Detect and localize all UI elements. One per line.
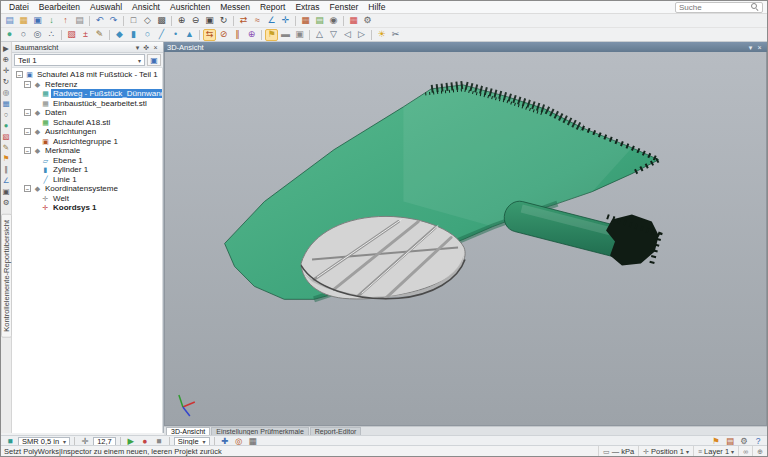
tree-item-koordsys-1[interactable]: ✛Koordsys 1 — [14, 203, 162, 213]
measure-icon[interactable]: ∠ — [265, 15, 278, 27]
collapse-toggle[interactable] — [16, 71, 23, 78]
viewport-canvas[interactable] — [164, 52, 767, 426]
open-project-icon[interactable]: ▦ — [17, 15, 30, 27]
collapse-toggle[interactable] — [24, 81, 31, 88]
tree-item-welt[interactable]: ✛Welt — [14, 194, 162, 204]
annotation-icon[interactable]: ✎ — [93, 29, 106, 41]
select-elements-icon[interactable]: ▶ — [1, 44, 11, 54]
search-input[interactable] — [679, 3, 749, 12]
rotate-view-icon[interactable]: ↻ — [217, 15, 230, 27]
close-icon[interactable]: × — [151, 44, 160, 51]
redo-icon[interactable]: ↷ — [107, 15, 120, 27]
collapsed-panel-tab[interactable]: Kontrollelemente-Reportübersicht — [1, 214, 12, 338]
probe-icon[interactable]: ✛ — [279, 15, 292, 27]
cone-feature-icon[interactable]: ▲ — [183, 29, 196, 41]
points-view-icon[interactable]: ∴ — [45, 29, 58, 41]
tree-item-referenz[interactable]: ◆Referenz — [14, 80, 162, 90]
tree-item-linie-1[interactable]: ╱Linie 1 — [14, 175, 162, 185]
camera-icon[interactable]: ▣ — [293, 29, 306, 41]
align-icon[interactable]: ⇄ — [237, 15, 250, 27]
import-file-icon[interactable]: ↓ — [45, 15, 58, 27]
light-icon[interactable]: ☀ — [375, 29, 388, 41]
menu-item-datei[interactable]: Datei — [4, 1, 34, 13]
point-feature-icon[interactable]: • — [169, 29, 182, 41]
tree-item-daten[interactable]: ◆Daten — [14, 108, 162, 118]
zoom-indicator[interactable]: ⊕ — [752, 446, 767, 456]
annotations-icon[interactable]: ✎ — [1, 143, 11, 153]
zoom-out-icon[interactable]: ⊖ — [189, 15, 202, 27]
tree-item-koordinatensysteme[interactable]: ◆Koordinatensysteme — [14, 184, 162, 194]
rotate-icon[interactable]: ↻ — [1, 77, 11, 87]
zoom-icon[interactable]: ⊕ — [1, 55, 11, 65]
zoom-in-icon[interactable]: ⊕ — [175, 15, 188, 27]
best-fit-icon[interactable]: ≈ — [251, 15, 264, 27]
note-icon[interactable]: ▬ — [279, 29, 292, 41]
options-icon[interactable]: ⚙ — [361, 15, 374, 27]
menu-item-report[interactable]: Report — [255, 1, 291, 13]
clip-icon[interactable]: ✂ — [389, 29, 402, 41]
deviation-icon[interactable]: ± — [79, 29, 92, 41]
part-options-button[interactable]: ▣ — [147, 54, 161, 66]
layer-indicator[interactable]: ≡Layer 1 — [693, 446, 738, 456]
caret-down-icon[interactable]: ▾ — [133, 44, 142, 51]
position-indicator[interactable]: ✛Position 1 — [638, 446, 693, 456]
plane-feature-icon[interactable]: ◆ — [113, 29, 126, 41]
center-view-icon[interactable]: ◎ — [1, 88, 11, 98]
standard-views-icon[interactable]: ▦ — [1, 99, 11, 109]
tree-item-ausrichtungen[interactable]: ◆Ausrichtungen — [14, 127, 162, 137]
view-right-icon[interactable]: ▷ — [355, 29, 368, 41]
compare-icon[interactable]: ⇆ — [203, 29, 216, 41]
circle-feature-icon[interactable]: ○ — [141, 29, 154, 41]
caliper-icon[interactable]: ∥ — [231, 29, 244, 41]
tree-item-ausrichtegruppe-1[interactable]: ▣Ausrichtegruppe 1 — [14, 137, 162, 147]
cylinder-feature-icon[interactable]: ▮ — [127, 29, 140, 41]
pan-icon[interactable]: ✛ — [1, 66, 11, 76]
fit-view-icon[interactable]: ▣ — [203, 15, 216, 27]
select-polygon-icon[interactable]: ◇ — [141, 15, 154, 27]
wireframe-icon[interactable]: ○ — [1, 110, 11, 120]
select-rectangle-icon[interactable]: □ — [127, 15, 140, 27]
part-selector[interactable]: Teil 1 — [14, 54, 145, 66]
new-project-icon[interactable]: ▤ — [3, 15, 16, 27]
cross-section-icon[interactable]: ⊘ — [217, 29, 230, 41]
menu-item-fenster[interactable]: Fenster — [325, 1, 364, 13]
view-tab-3d-ansicht[interactable]: 3D-Ansicht — [166, 427, 210, 435]
surface-view-icon[interactable]: ◎ — [31, 29, 44, 41]
export-file-icon[interactable]: ↑ — [59, 15, 72, 27]
close-icon[interactable]: × — [755, 44, 764, 51]
colormap-icon[interactable]: ▧ — [65, 29, 78, 41]
search-box[interactable] — [675, 2, 763, 13]
print-icon[interactable]: ▤ — [73, 15, 86, 27]
shaded-view-icon[interactable]: ● — [3, 29, 16, 41]
menu-item-hilfe[interactable]: Hilfe — [363, 1, 390, 13]
camera-icon[interactable]: ▣ — [1, 187, 11, 197]
select-all-icon[interactable]: ▩ — [155, 15, 168, 27]
collapse-toggle[interactable] — [24, 109, 31, 116]
collapse-toggle[interactable] — [24, 185, 31, 192]
colormap-icon[interactable]: ▧ — [1, 132, 11, 142]
table-icon[interactable]: ▤ — [313, 15, 326, 27]
collapse-toggle[interactable] — [24, 128, 31, 135]
collapse-toggle[interactable] — [24, 147, 31, 154]
menu-item-ausrichten[interactable]: Ausrichten — [165, 1, 215, 13]
tree-item-radweg-fußstück-dünnwandteil-stp[interactable]: ▦Radweg - Fußstück_Dünnwandteil.stp — [14, 89, 162, 99]
grid-icon[interactable]: ▦ — [347, 15, 360, 27]
wireframe-view-icon[interactable]: ○ — [17, 29, 30, 41]
pin-icon[interactable]: ✜ — [142, 44, 151, 51]
units-indicator[interactable]: ▭— kPa — [598, 446, 638, 456]
shading-icon[interactable]: ● — [1, 121, 11, 131]
tree-item-ebene-1[interactable]: ▱Ebene 1 — [14, 156, 162, 166]
flag-icon[interactable]: ⚑ — [265, 29, 278, 41]
view-left-icon[interactable]: ◁ — [341, 29, 354, 41]
menu-item-auswahl[interactable]: Auswahl — [85, 1, 127, 13]
view-top-icon[interactable]: ▽ — [327, 29, 340, 41]
view-tab-report-editor[interactable]: Report-Editor — [310, 427, 362, 435]
measure-icon[interactable]: ∠ — [1, 176, 11, 186]
undo-icon[interactable]: ↶ — [93, 15, 106, 27]
tree-item-merkmale[interactable]: ◆Merkmale — [14, 146, 162, 156]
line-feature-icon[interactable]: ╱ — [155, 29, 168, 41]
menu-item-ansicht[interactable]: Ansicht — [127, 1, 165, 13]
tree-item-schaufel-a18-stl[interactable]: ▦Schaufel A18.stl — [14, 118, 162, 128]
section-icon[interactable]: ∥ — [1, 165, 11, 175]
view-front-icon[interactable]: △ — [313, 29, 326, 41]
